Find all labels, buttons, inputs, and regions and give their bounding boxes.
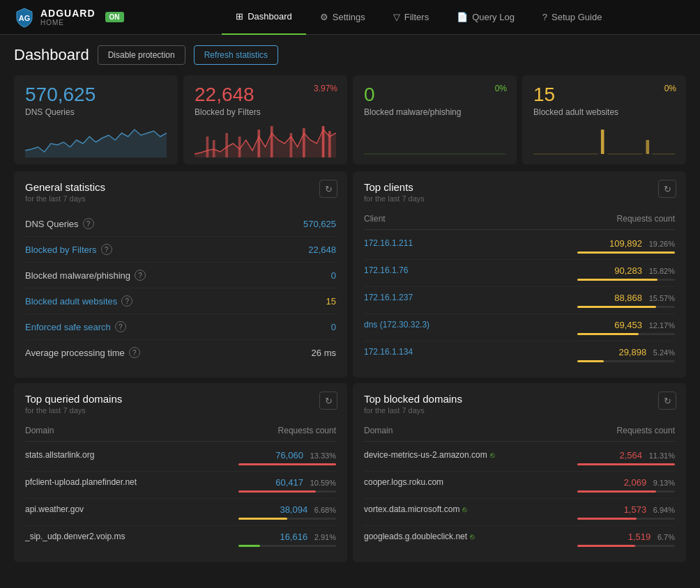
top-blocked-title: Top blocked domains <box>364 393 675 405</box>
blocked-row-1: device-metrics-us-2.amazon.com ⎋ 2,564 1… <box>364 444 675 472</box>
blocked-malware-label: Blocked malware/phishing <box>364 107 505 117</box>
top-clients-table: Client Requests count 172.16.1.211 109,8… <box>364 211 675 368</box>
processing-row-value: 26 ms <box>312 348 336 358</box>
top-blocked-refresh-button[interactable]: ↻ <box>658 392 676 410</box>
nav-setupguide[interactable]: ? Setup Guide <box>528 0 616 35</box>
queried-row-3: api.weather.gov 38,094 6.68% <box>25 499 336 526</box>
top-clients-header: Top clients for the last 7 days <box>364 181 675 203</box>
nav-querylog[interactable]: 📄 Query Log <box>443 0 528 35</box>
safesearch-help-icon[interactable]: ? <box>115 321 126 332</box>
querylog-icon: 📄 <box>457 12 468 22</box>
nav-filters[interactable]: ▽ Filters <box>379 0 443 35</box>
client-bar-5 <box>577 360 675 362</box>
dashboard-nav-icon: ⊞ <box>236 11 243 22</box>
malware-chart <box>364 123 505 157</box>
clients-col-header-requests: Requests count <box>617 214 675 224</box>
disable-protection-button[interactable]: Disable protection <box>98 45 185 65</box>
client-count-3: 88,868 <box>614 293 642 303</box>
dns-queries-label: DNS Queries <box>25 107 167 117</box>
blocked-domain-2: cooper.logs.roku.com <box>364 477 572 487</box>
external-link-icon-4[interactable]: ⎋ <box>470 532 475 541</box>
svg-rect-3 <box>225 133 228 157</box>
client-name-2[interactable]: 172.16.1.76 <box>364 265 572 275</box>
settings-icon: ⚙ <box>320 12 328 22</box>
blocked-bar-3 <box>577 518 675 520</box>
top-queried-refresh-button[interactable]: ↻ <box>319 392 337 410</box>
client-name-5[interactable]: 172.16.1.134 <box>364 347 572 357</box>
filters-icon: ▽ <box>393 12 400 22</box>
top-queried-header: Top queried domains for the last 7 days <box>25 393 336 415</box>
external-link-icon-3[interactable]: ⎋ <box>462 505 467 513</box>
logo-area: AG ADGUARD HOME ON <box>14 7 124 28</box>
adult-row-value: 15 <box>326 296 336 307</box>
nav-dashboard-label: Dashboard <box>248 11 292 22</box>
logo-name: ADGUARD <box>40 8 96 19</box>
dns-queries-row-value: 570,625 <box>303 219 336 229</box>
blocked-filters-help-icon[interactable]: ? <box>101 244 112 255</box>
adult-chart <box>533 123 675 157</box>
top-blocked-panel: Top blocked domains for the last 7 days … <box>353 383 686 562</box>
queried-bar-2 <box>238 490 336 493</box>
nav-settings-label: Settings <box>333 12 365 22</box>
stats-row-adult: Blocked adult websites ? 15 <box>25 288 336 314</box>
blocked-pct-3: 6.94% <box>653 506 675 514</box>
general-stats-refresh-button[interactable]: ↻ <box>319 180 337 198</box>
svg-rect-7 <box>290 133 293 157</box>
adult-row-label[interactable]: Blocked adult websites ? <box>25 295 132 307</box>
blocked-domain-1: device-metrics-us-2.amazon.com ⎋ <box>364 450 572 460</box>
queried-pct-4: 2.91% <box>314 533 336 541</box>
blocked-pct-4: 6.7% <box>657 533 675 541</box>
nav-setupguide-label: Setup Guide <box>551 12 602 22</box>
client-pct-3: 15.57% <box>649 294 675 302</box>
queried-pct-3: 6.68% <box>314 506 336 514</box>
client-pct-1: 19.26% <box>649 240 675 248</box>
dns-help-icon[interactable]: ? <box>83 218 94 229</box>
blocked-bar-1 <box>577 463 675 465</box>
blocked-adult-percent: 0% <box>664 84 676 93</box>
client-row-4: dns (172.30.32.3) 69,453 12.17% <box>364 314 675 341</box>
blocked-count-1: 2,564 <box>620 450 643 461</box>
queried-col-domain: Domain <box>25 426 278 435</box>
stats-row-dns: DNS Queries ? 570,625 <box>25 211 336 237</box>
general-stats-table: DNS Queries ? 570,625 Blocked by Filters… <box>25 211 336 365</box>
blocked-adult-label: Blocked adult websites <box>533 107 675 117</box>
top-blocked-subtitle: for the last 7 days <box>364 406 675 415</box>
client-name-1[interactable]: 172.16.1.211 <box>364 238 572 248</box>
adult-help-icon[interactable]: ? <box>121 295 132 307</box>
blocked-bar-2 <box>577 490 675 493</box>
top-queried-subtitle: for the last 7 days <box>25 406 336 415</box>
top-blocked-header: Top blocked domains for the last 7 days <box>364 393 675 415</box>
top-clients-subtitle: for the last 7 days <box>364 194 675 203</box>
client-row-1: 172.16.1.211 109,892 19.26% <box>364 233 675 260</box>
processing-help-icon[interactable]: ? <box>129 347 140 358</box>
refresh-statistics-button[interactable]: Refresh statistics <box>194 45 278 65</box>
malware-help-icon[interactable]: ? <box>135 270 146 281</box>
on-badge: ON <box>105 12 124 22</box>
nav-dashboard[interactable]: ⊞ Dashboard <box>222 0 306 35</box>
blocked-filters-row-label[interactable]: Blocked by Filters ? <box>25 244 112 255</box>
nav-querylog-label: Query Log <box>472 12 515 22</box>
client-name-4[interactable]: dns (172.30.32.3) <box>364 320 572 330</box>
svg-rect-8 <box>303 128 305 157</box>
queried-domain-2: pfclient-upload.planefinder.net <box>25 477 233 487</box>
page-header: Dashboard Disable protection Refresh sta… <box>14 45 686 65</box>
setupguide-icon: ? <box>542 12 547 22</box>
safesearch-row-label[interactable]: Enforced safe search ? <box>25 321 126 332</box>
client-bar-1 <box>577 252 675 254</box>
general-stats-subtitle: for the last 7 days <box>25 194 336 203</box>
client-row-5: 172.16.1.134 29,898 5.24% <box>364 341 675 368</box>
blocked-count-3: 1,573 <box>624 504 647 515</box>
blocked-domain-4: googleads.g.doubleclick.net ⎋ <box>364 532 572 541</box>
safesearch-row-value: 0 <box>331 322 336 332</box>
top-queried-panel: Top queried domains for the last 7 days … <box>14 383 347 562</box>
top-clients-refresh-button[interactable]: ↻ <box>658 180 676 198</box>
client-count-4: 69,453 <box>614 320 642 330</box>
blocked-adult-value: 15 <box>533 85 675 105</box>
client-bar-3 <box>577 306 675 308</box>
blocked-count-4: 1,519 <box>628 532 651 542</box>
external-link-icon-1[interactable]: ⎋ <box>490 451 495 459</box>
client-name-3[interactable]: 172.16.1.237 <box>364 293 572 302</box>
main-grid: General statistics for the last 7 days ↻… <box>14 171 686 562</box>
nav-settings[interactable]: ⚙ Settings <box>306 0 379 35</box>
stats-row-blocked-filters: Blocked by Filters ? 22,648 <box>25 237 336 263</box>
